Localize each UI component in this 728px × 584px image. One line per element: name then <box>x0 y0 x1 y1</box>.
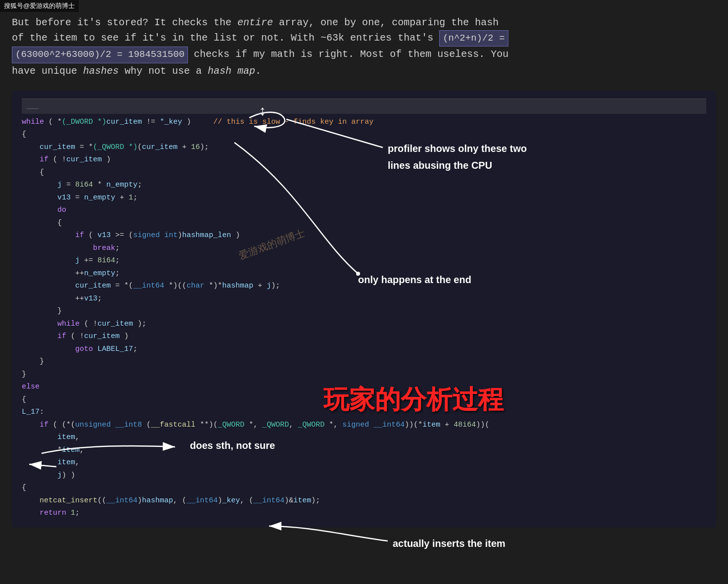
chinese-title: 玩家的分析过程 <box>323 378 503 421</box>
annotation-inserts: actually inserts the item <box>393 535 505 552</box>
sohu-watermark: 搜狐号@爱游戏的萌博士 <box>0 0 79 12</box>
code-section: ___ while ( *(_DWORD *)cur_item != *_key… <box>12 91 716 528</box>
formula-inline: (n^2+n)/2 = <box>439 30 508 47</box>
intro-text: But before it's stored? It checks the en… <box>12 15 716 79</box>
intro-line3: (63000^2+63000)/2 = 1984531500 checks if… <box>12 49 508 60</box>
intro-line4: have unique hashes why not use a hash ma… <box>12 65 261 77</box>
annotation-end: only happens at the end <box>358 271 471 288</box>
annotation-does-sth: does sth, not sure <box>190 437 275 454</box>
main-content: But before it's stored? It checks the en… <box>0 0 728 584</box>
intro-line2: of the item to see if it's in the list o… <box>12 32 439 44</box>
code-pre: while ( *(_DWORD *)cur_item != *_key ) /… <box>22 116 706 520</box>
annotation-profiler: profiler shows olny these two lines abus… <box>388 140 527 174</box>
intro-line1: But before it's stored? It checks the en… <box>12 17 499 28</box>
